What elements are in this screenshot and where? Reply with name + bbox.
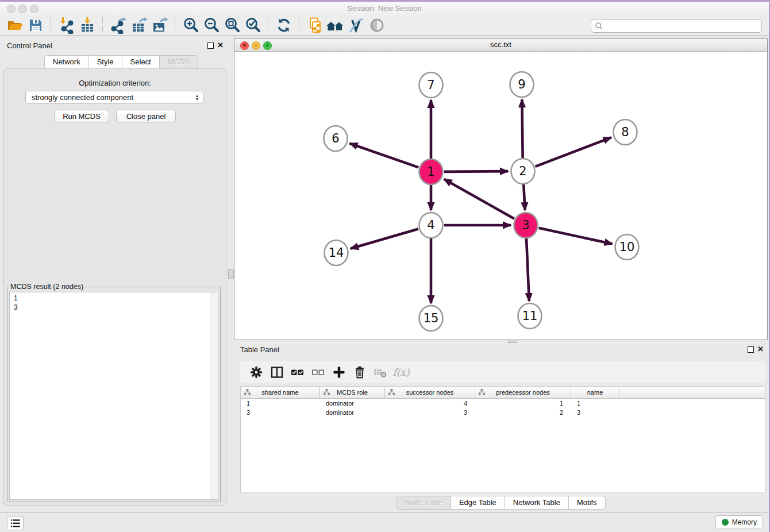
graph-node-8[interactable]: 8 (614, 119, 637, 145)
graph-node-1[interactable]: 1 (419, 159, 443, 184)
export-table-button[interactable] (129, 16, 149, 34)
column-sort-icon (479, 389, 485, 395)
clone-network-button[interactable] (305, 16, 325, 34)
network-zoom-icon[interactable]: + (263, 41, 272, 50)
delete-table-button-disabled[interactable] (370, 364, 391, 381)
tab-mcds[interactable]: MCDS (160, 55, 198, 69)
mcds-result-textarea[interactable]: 1 3 (9, 292, 218, 500)
graph-edge-4-14[interactable] (351, 229, 418, 248)
add-column-button[interactable] (329, 364, 349, 381)
svg-text:10: 10 (619, 240, 635, 254)
column-header-shared-name[interactable]: shared name (241, 387, 320, 398)
zoom-fit-button[interactable] (222, 16, 242, 34)
search-icon (595, 22, 603, 30)
search-field[interactable] (591, 19, 762, 33)
table-cell: 1 (571, 399, 619, 408)
clone-network-icon (306, 17, 324, 34)
tab-style[interactable]: Style (89, 55, 122, 69)
column-selector-button[interactable] (267, 364, 287, 381)
graph-edge-2-3[interactable] (523, 184, 525, 210)
close-window-icon[interactable] (7, 5, 16, 13)
tab-select[interactable]: Select (122, 55, 160, 69)
network-close-icon[interactable]: ✕ (240, 41, 249, 50)
vertical-splitter-handle[interactable] (228, 269, 234, 279)
graph-node-7[interactable]: 7 (419, 72, 443, 98)
memory-button[interactable]: Memory (715, 515, 763, 529)
run-mcds-button[interactable]: Run MCDS (54, 110, 109, 122)
home-icon (326, 17, 345, 34)
save-session-button[interactable] (25, 16, 46, 34)
graph-node-6[interactable]: 6 (324, 126, 348, 151)
deselect-all-button[interactable] (308, 364, 329, 381)
result-scrollbar[interactable] (210, 292, 218, 499)
table-panel-close-icon[interactable]: ✕ (757, 346, 764, 353)
select-all-button[interactable] (287, 364, 308, 381)
table-panel-float-icon[interactable] (748, 346, 754, 353)
column-header-predecessor-nodes[interactable]: predecessor nodes (475, 387, 571, 398)
tab-network-table[interactable]: Network Table (505, 496, 569, 510)
zoom-out-button[interactable] (201, 16, 222, 34)
graph-node-3[interactable]: 3 (514, 213, 538, 238)
control-panel-title: Control Panel (7, 41, 52, 50)
graph-edge-3-1[interactable] (444, 179, 514, 219)
graph-node-15[interactable]: 15 (419, 306, 443, 331)
network-window-titlebar[interactable]: ✕ − + scc.txt (234, 39, 767, 52)
graph-edge-1-6[interactable] (350, 144, 419, 168)
vizmapper-button[interactable] (346, 16, 367, 34)
open-session-button[interactable] (5, 16, 25, 34)
column-header-MCDS-role[interactable]: MCDS role (320, 387, 385, 398)
toolbar-separator (102, 17, 103, 33)
svg-text:2: 2 (519, 164, 526, 178)
graph-node-14[interactable]: 14 (325, 240, 348, 265)
column-header-name[interactable]: name (571, 387, 619, 398)
hide-panel-button[interactable] (367, 16, 387, 34)
delete-column-button[interactable] (349, 364, 370, 381)
refresh-layout-button[interactable] (274, 16, 294, 34)
zoom-selected-icon (244, 17, 261, 34)
close-panel-button[interactable]: Close panel (116, 110, 176, 122)
import-table-button[interactable] (77, 16, 98, 34)
zoom-in-button[interactable] (180, 16, 201, 34)
minimize-window-icon[interactable] (18, 5, 27, 13)
graph-node-10[interactable]: 10 (615, 234, 639, 260)
export-image-button[interactable] (149, 16, 170, 34)
graph-edge-3-10[interactable] (538, 228, 612, 244)
task-history-button[interactable] (7, 516, 24, 530)
table-toolbar: f(x) (240, 361, 765, 383)
svg-text:1: 1 (427, 165, 434, 179)
graph-canvas[interactable]: 7968124314101511 (234, 52, 767, 340)
table-settings-button[interactable] (246, 364, 267, 381)
zoom-selected-button[interactable] (242, 16, 263, 34)
graph-node-9[interactable]: 9 (510, 72, 534, 97)
import-table-icon (79, 17, 96, 34)
function-builder-button-disabled[interactable]: f(x) (391, 364, 411, 381)
criterion-select[interactable]: strongly connected component ▴▾ (25, 91, 203, 104)
tab-node-table[interactable]: Node Table (396, 496, 451, 510)
tab-edge-table[interactable]: Edge Table (451, 496, 505, 510)
home-view-button[interactable] (325, 16, 346, 34)
control-panel-float-icon[interactable] (207, 43, 214, 49)
main-titlebar[interactable]: Session: New Session (0, 2, 769, 16)
table-row[interactable]: 3dominator323 (241, 408, 765, 417)
mcds-result-group: MCDS result (2 nodes) 1 3 (7, 283, 221, 502)
graph-edge-3-11[interactable] (526, 238, 529, 301)
svg-text:4: 4 (427, 218, 434, 232)
graph-node-2[interactable]: 2 (511, 159, 535, 184)
tab-network[interactable]: Network (44, 55, 89, 69)
search-input[interactable] (603, 21, 761, 30)
graph-node-4[interactable]: 4 (419, 213, 443, 238)
graph-edge-1-2[interactable] (444, 171, 508, 172)
export-network-button[interactable] (108, 16, 129, 34)
network-minimize-icon[interactable]: − (252, 41, 260, 50)
tab-motifs[interactable]: Motifs (569, 496, 606, 510)
svg-text:14: 14 (329, 246, 344, 260)
graph-edge-2-8[interactable] (535, 137, 611, 167)
column-header-successor-nodes[interactable]: successor nodes (385, 387, 475, 398)
import-network-button[interactable] (56, 16, 77, 34)
table-row[interactable]: 1dominator411 (241, 399, 765, 408)
graph-node-11[interactable]: 11 (518, 303, 542, 329)
control-panel-close-icon[interactable]: ✕ (217, 42, 224, 49)
zoom-window-icon[interactable] (30, 5, 38, 13)
zoom-fit-icon (224, 17, 241, 34)
graph-edge-2-9[interactable] (522, 99, 522, 158)
